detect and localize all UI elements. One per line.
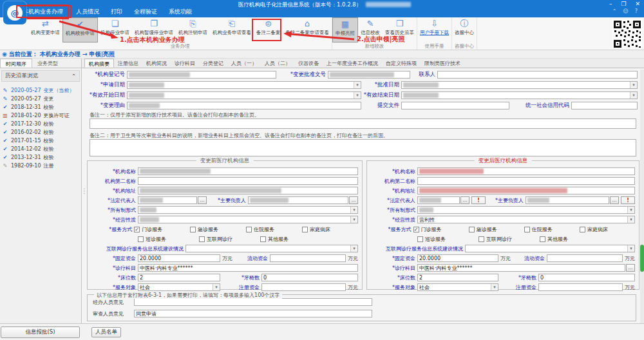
checkbox-emergency[interactable]: 急诊服务 <box>190 226 246 233</box>
chevron-down-icon[interactable]: ▾ <box>350 216 357 223</box>
history-item[interactable]: ✎ 2020-05-27 变更 <box>2 95 79 103</box>
checkbox-inpatient[interactable]: 住院服务 <box>524 226 580 233</box>
history-item[interactable]: ✎ 1982-09-10 注册 <box>2 162 79 170</box>
menu-item-system[interactable]: 系统功能 <box>164 6 196 18</box>
note2-record-view-button[interactable]: ⌂ 备注二备案申请查看 <box>283 17 332 42</box>
checkbox-internet-clinic[interactable]: 互联网诊疗 <box>199 236 260 243</box>
note2-textarea[interactable] <box>90 139 636 156</box>
chevron-down-icon[interactable]: ▾ <box>213 284 220 290</box>
liquid-capital-input[interactable] <box>547 254 623 262</box>
chairs-input[interactable]: 0 <box>538 274 635 281</box>
beds-input[interactable]: 2 <box>417 274 498 281</box>
note1-textarea[interactable] <box>90 118 636 129</box>
checkbox-other-service[interactable]: 其他服务 <box>540 236 601 243</box>
checkbox-outpatient[interactable]: ✓门诊服务 <box>413 226 469 233</box>
history-item[interactable]: ✔ 2014-12-02 校验 <box>2 145 79 153</box>
nature-combo[interactable]: ▾ <box>138 216 358 223</box>
tab-equipment[interactable]: 仪器设备 <box>294 59 323 68</box>
valid-start-combo[interactable]: ▾ <box>127 91 361 99</box>
fixed-capital-input[interactable]: 20.0000 <box>417 254 498 262</box>
reg-no-input[interactable] <box>127 71 276 79</box>
contact-input[interactable] <box>437 71 638 79</box>
ownership-combo[interactable]: ▾ <box>417 206 635 214</box>
name-input[interactable] <box>417 167 635 175</box>
tab-last-year-overview[interactable]: 上一年度业务工作概况 <box>323 59 382 68</box>
name-input[interactable] <box>138 167 358 175</box>
minimize-button[interactable]: – <box>609 1 612 7</box>
legal-rep-browse-button[interactable]: … <box>198 196 207 204</box>
internet-eval-combo[interactable]: ▾ <box>465 245 635 252</box>
service-target-combo[interactable]: 社会▾ <box>417 283 498 291</box>
checkbox-internet-clinic[interactable]: 互联网诊疗 <box>478 236 540 243</box>
treatment-browse-button[interactable]: … <box>626 264 635 272</box>
liquid-capital-input[interactable] <box>270 254 346 262</box>
chevron-down-icon[interactable]: ▾ <box>350 245 357 252</box>
credit-code-input[interactable] <box>571 102 638 109</box>
principal-browse-button[interactable]: … <box>610 196 619 204</box>
checkbox-family-bed[interactable]: 家庭病床 <box>580 226 635 233</box>
tab-treatment-subjects[interactable]: 诊疗科目 <box>171 59 199 68</box>
apply-license-button[interactable]: ▦ 申领亮照 <box>332 17 358 42</box>
chevron-down-icon[interactable]: ▾ <box>354 92 361 99</box>
institution-check-apply-button[interactable]: ✔ 机构校验申请 <box>62 17 98 42</box>
history-panel-header[interactable]: 历史沿革浏览 ⌃ <box>1 70 80 82</box>
checkbox-other-service[interactable]: 其他服务 <box>260 236 321 243</box>
nature-combo[interactable]: 营利性▾ <box>417 216 635 223</box>
second-name-input[interactable] <box>417 177 635 185</box>
history-item[interactable]: ▥ 2018-01-20 更换许可证 <box>2 111 79 120</box>
reviewer-opinion-input[interactable]: 同意申请 <box>134 310 372 317</box>
service-center-button[interactable]: ⓘ 咨服中心 <box>452 17 477 42</box>
history-item[interactable]: ✔ 2017-12-30 校验 <box>2 120 79 128</box>
checkbox-outpatient[interactable]: ✓门诊服务 <box>134 226 190 233</box>
user-manual-download-link[interactable]: ⇩ 用户手册下载 <box>417 17 451 42</box>
approve-date-combo[interactable]: ▾ <box>401 81 638 89</box>
service-target-combo[interactable]: 社会▾ <box>138 283 220 291</box>
tab-registration-info[interactable]: 注册信息 <box>114 59 142 68</box>
legal-rep-input[interactable] <box>417 196 460 204</box>
treatment-input[interactable]: 中医科·内科专业****** <box>138 264 358 272</box>
registered-capital-input[interactable] <box>538 283 623 291</box>
menu-item-verification[interactable]: 全程验证 <box>129 6 162 18</box>
chevron-down-icon[interactable]: ▾ <box>627 216 634 223</box>
fixed-capital-input[interactable]: 20.0000 <box>138 254 220 262</box>
tab-restricted-tech[interactable]: 限制类医疗技术 <box>421 59 464 68</box>
submit-file-input[interactable] <box>401 102 509 109</box>
valid-end-combo[interactable]: ▾ <box>401 91 638 99</box>
tab-personnel-1[interactable]: 人员（一） <box>227 59 261 68</box>
tab-classification[interactable]: 分类登记 <box>199 59 227 68</box>
tab-personnel-2[interactable]: 人员（二） <box>261 59 294 68</box>
internet-eval-combo[interactable]: ▾ <box>185 245 358 252</box>
tab-institution-summary[interactable]: 机构摘要 <box>84 59 114 68</box>
legal-rep-input[interactable] <box>138 196 197 204</box>
collapse-ribbon-icon[interactable]: ⌃ <box>612 8 617 14</box>
user-icon[interactable]: ☺ <box>623 8 628 14</box>
tab-custom-items[interactable]: 自定义特殊项 <box>382 59 421 68</box>
apply-date-combo[interactable]: ▾ <box>127 81 361 89</box>
help-icon[interactable]: ? <box>635 8 638 14</box>
restore-button[interactable]: ❐ <box>621 1 626 7</box>
legal-rep-browse-button[interactable]: … <box>460 196 469 204</box>
note2-record-button[interactable]: ⊜ 备注二备案 <box>254 17 283 42</box>
scrollbar-thumb[interactable] <box>640 245 644 272</box>
principal-input[interactable] <box>526 196 609 204</box>
change-doc-input[interactable] <box>328 71 410 79</box>
change-reason-input[interactable] <box>127 102 361 109</box>
checkbox-inpatient[interactable]: 住院服务 <box>246 226 302 233</box>
treatment-input[interactable]: 中医科·内科专业****** <box>417 264 625 272</box>
history-item[interactable]: ✎ 2020-05-27 变更（当前） <box>2 86 79 95</box>
chevron-down-icon[interactable]: ▾ <box>630 92 637 99</box>
chairs-input[interactable]: 0 <box>261 274 358 281</box>
principal-alert-button[interactable]: ! <box>621 196 635 204</box>
checkbox-mobile-clinic[interactable]: 巡诊服务 <box>417 236 478 243</box>
checkbox-mobile-clinic[interactable]: 巡诊服务 <box>138 236 199 243</box>
address-input[interactable] <box>138 187 358 194</box>
tab-business-type[interactable]: 业务类型 <box>32 59 63 68</box>
ownership-combo[interactable]: ▾ <box>138 206 358 214</box>
principal-browse-button[interactable]: … <box>349 196 358 204</box>
menu-item-print[interactable]: 打印 <box>106 6 127 18</box>
registered-capital-input[interactable] <box>261 283 346 291</box>
checkbox-emergency[interactable]: 急诊服务 <box>469 226 524 233</box>
chevron-down-icon[interactable]: ▾ <box>354 82 361 88</box>
vertical-scrollbar[interactable] <box>640 70 644 323</box>
tab-time-order[interactable]: 时间顺序 <box>0 59 32 68</box>
